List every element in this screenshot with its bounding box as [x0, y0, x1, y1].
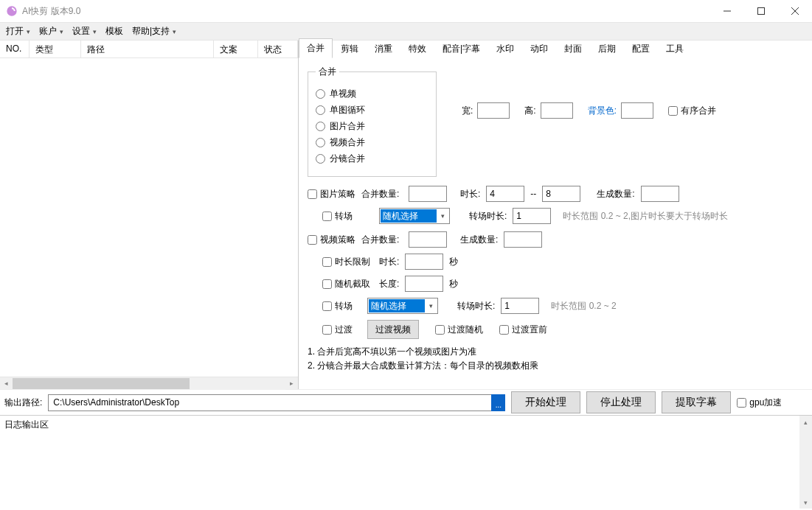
height-label: 高: — [524, 105, 535, 117]
duration-limit-input[interactable] — [405, 254, 443, 270]
titlebar: AI快剪 版本9.0 — [0, 0, 812, 22]
image-transition-checkbox[interactable] — [322, 212, 332, 221]
radio-single-image-loop[interactable] — [316, 105, 325, 115]
right-pane: 合并 剪辑 消重 特效 配音|字幕 水印 动印 封面 后期 配置 工具 合并 单… — [299, 41, 812, 389]
browse-button[interactable]: ... — [491, 394, 505, 411]
random-cut-checkbox[interactable] — [322, 279, 332, 289]
video-strategy-checkbox[interactable] — [308, 235, 317, 245]
tab-tools[interactable]: 工具 — [658, 39, 692, 58]
scroll-left-icon[interactable]: ◂ — [0, 377, 13, 390]
col-copy[interactable]: 文案 — [214, 41, 258, 57]
image-dur-from-input[interactable] — [486, 186, 524, 202]
tab-content: 合并 单视频 单图循环 图片合并 视频合并 分镜合并 宽: 高: 背景色: 有序… — [299, 58, 812, 389]
ordered-merge-checkbox[interactable] — [668, 106, 678, 116]
video-transition-select[interactable]: 随机选择 ▾ — [367, 298, 438, 314]
window-title: AI快剪 版本9.0 — [22, 5, 80, 18]
scroll-right-icon[interactable]: ▸ — [285, 377, 298, 390]
vertical-scrollbar[interactable]: ▴ ▾ — [799, 416, 812, 509]
scroll-up-icon[interactable]: ▴ — [799, 416, 812, 428]
app-logo-icon — [6, 5, 18, 17]
tab-effect[interactable]: 特效 — [400, 39, 434, 58]
stop-button[interactable]: 停止处理 — [586, 391, 656, 413]
scroll-thumb[interactable] — [13, 378, 190, 389]
transition-random-checkbox[interactable] — [435, 325, 445, 335]
video-gen-count-input[interactable] — [504, 231, 542, 248]
video-transition-checkbox[interactable] — [322, 301, 332, 311]
chevron-down-icon: ▾ — [93, 28, 97, 35]
radio-storyboard-merge[interactable] — [316, 154, 325, 164]
col-path[interactable]: 路径 — [81, 41, 214, 57]
horizontal-scrollbar[interactable]: ◂ ▸ — [0, 377, 298, 389]
video-merge-count-input[interactable] — [409, 231, 447, 248]
left-pane: NO. 类型 路径 文案 状态 ◂ ▸ — [0, 41, 299, 389]
scroll-down-icon[interactable]: ▾ — [799, 496, 812, 509]
width-input[interactable] — [477, 102, 510, 119]
table-header: NO. 类型 路径 文案 状态 — [0, 41, 298, 58]
close-button[interactable] — [778, 0, 812, 22]
col-no[interactable]: NO. — [0, 41, 30, 57]
tab-motionmark[interactable]: 动印 — [522, 39, 556, 58]
minimize-button[interactable] — [710, 0, 744, 22]
output-bar: 输出路径: ... 开始处理 停止处理 提取字幕 gpu加速 — [0, 389, 812, 415]
extract-subtitle-button[interactable]: 提取字幕 — [662, 391, 731, 413]
video-transition-dur-input[interactable] — [501, 298, 539, 314]
log-label: 日志输出区 — [4, 419, 49, 431]
image-gen-count-input[interactable] — [641, 186, 679, 202]
height-input[interactable] — [541, 102, 573, 119]
start-button[interactable]: 开始处理 — [511, 391, 580, 413]
menu-help[interactable]: 帮助|支持▾ — [132, 25, 176, 38]
radio-single-video[interactable] — [316, 89, 325, 99]
output-path-input[interactable] — [48, 394, 491, 411]
image-dur-to-input[interactable] — [542, 186, 580, 202]
radio-image-merge[interactable] — [316, 122, 325, 131]
radio-video-merge[interactable] — [316, 138, 325, 147]
bgcolor-link[interactable]: 背景色: — [588, 105, 617, 117]
notes: 1. 合并后宽高不填以第一个视频或图片为准 2. 分镜合并最大合成数量计算方法：… — [308, 345, 803, 373]
menu-account[interactable]: 账户▾ — [39, 25, 63, 38]
menubar: 打开▾ 账户▾ 设置▾ 模板 帮助|支持▾ — [0, 22, 812, 41]
output-path-label: 输出路径: — [4, 397, 42, 409]
image-transition-select[interactable]: 随机选择 ▾ — [379, 208, 450, 224]
tab-dedup[interactable]: 消重 — [367, 39, 400, 58]
duration-limit-checkbox[interactable] — [322, 257, 332, 267]
table-body — [0, 58, 298, 377]
merge-legend: 合并 — [316, 66, 339, 78]
chevron-down-icon: ▾ — [173, 28, 176, 35]
transition-front-checkbox[interactable] — [499, 325, 509, 335]
width-label: 宽: — [462, 105, 473, 117]
log-area: 日志输出区 ▴ ▾ — [0, 415, 812, 509]
maximize-button[interactable] — [744, 0, 778, 22]
image-merge-count-input[interactable] — [409, 186, 447, 202]
tab-edit[interactable]: 剪辑 — [333, 39, 367, 58]
tab-watermark[interactable]: 水印 — [488, 39, 522, 58]
gpu-accel-checkbox[interactable] — [737, 398, 746, 408]
image-strategy-checkbox[interactable] — [308, 189, 317, 199]
tab-dub[interactable]: 配音|字幕 — [434, 39, 488, 58]
image-transition-dur-input[interactable] — [513, 208, 551, 224]
tabbar: 合并 剪辑 消重 特效 配音|字幕 水印 动印 封面 后期 配置 工具 — [299, 41, 812, 58]
chevron-down-icon: ▾ — [60, 28, 63, 35]
merge-groupbox: 合并 单视频 单图循环 图片合并 视频合并 分镜合并 — [308, 66, 437, 177]
chevron-down-icon: ▾ — [27, 28, 30, 35]
transition-video-button[interactable]: 过渡视频 — [367, 320, 419, 339]
menu-open[interactable]: 打开▾ — [6, 25, 30, 38]
tab-config[interactable]: 配置 — [624, 39, 658, 58]
tab-merge[interactable]: 合并 — [299, 38, 333, 58]
col-type[interactable]: 类型 — [30, 41, 81, 57]
bgcolor-input[interactable] — [621, 102, 653, 119]
menu-settings[interactable]: 设置▾ — [72, 25, 97, 38]
random-cut-length-input[interactable] — [405, 276, 443, 292]
svg-rect-1 — [758, 8, 765, 15]
col-status[interactable]: 状态 — [258, 41, 298, 57]
menu-template[interactable]: 模板 — [105, 25, 123, 38]
tab-post[interactable]: 后期 — [590, 39, 624, 58]
transition-checkbox[interactable] — [322, 325, 332, 335]
tab-cover[interactable]: 封面 — [556, 39, 590, 58]
